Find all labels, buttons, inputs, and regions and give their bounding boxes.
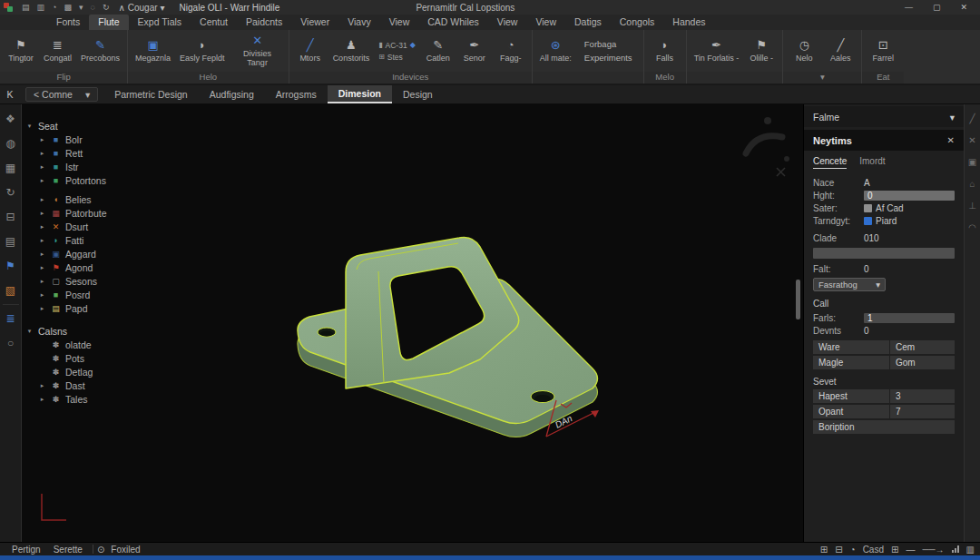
- hapest-cell[interactable]: Hapest: [813, 389, 889, 403]
- folder-icon[interactable]: ▩: [64, 3, 72, 12]
- tree-root-calsns[interactable]: ▾ Calsns: [25, 324, 175, 338]
- zoom-minus[interactable]: —: [906, 545, 915, 555]
- grid-panel-icon[interactable]: ▣: [968, 157, 976, 167]
- tab-imordt[interactable]: Imordt: [859, 156, 885, 169]
- workspace-tab[interactable]: Parmetric Design: [103, 85, 199, 103]
- workspace-tab[interactable]: Arrogsms: [265, 85, 328, 103]
- expand-arrow-icon[interactable]: ▸: [38, 223, 46, 231]
- ribbon-tab[interactable]: View: [526, 15, 565, 30]
- workspace-dropdown[interactable]: < Comne ▾: [25, 87, 98, 102]
- viewport-scrollbar[interactable]: [796, 280, 800, 319]
- opant-value-cell[interactable]: 7: [890, 405, 955, 418]
- precobons-button[interactable]: ✎Precobons: [77, 38, 123, 64]
- expand-arrow-icon[interactable]: ▾: [25, 123, 34, 130]
- forbaga-experiments-button[interactable]: Forbaga Experiments: [577, 39, 640, 63]
- ribbon-tab[interactable]: Viavy: [338, 15, 380, 30]
- ribbon-tab[interactable]: Datigs: [565, 15, 611, 30]
- tree-item-aggard[interactable]: ▸▣Aggard: [25, 247, 175, 260]
- expand-arrow-icon[interactable]: ▸: [38, 305, 46, 312]
- expand-arrow-icon[interactable]: ▸: [38, 237, 46, 244]
- ware-cell[interactable]: Ware: [813, 340, 889, 354]
- tree-item-patorbute[interactable]: ▸▦Patorbute: [25, 206, 175, 220]
- tree-item-dast[interactable]: ▸✽Dast: [25, 378, 175, 392]
- save-icon[interactable]: ◔: [52, 3, 56, 12]
- ribbon-tab[interactable]: Viewer: [291, 15, 338, 30]
- ribbon-tab[interactable]: CAD Whiles: [418, 15, 488, 30]
- search-icon[interactable]: ◌: [91, 3, 95, 12]
- tin-forlatis-button[interactable]: ✒Tin Forlatis -: [691, 38, 743, 64]
- gom-cell[interactable]: Gom: [890, 356, 955, 369]
- quickbar-chevron-icon[interactable]: ▾: [79, 3, 83, 12]
- app-menu[interactable]: ∧ Cougar ▾: [118, 3, 164, 13]
- ribbon-tab[interactable]: Paidcnts: [237, 15, 291, 30]
- color-swatch[interactable]: [864, 204, 872, 212]
- catlen-button[interactable]: ✎Catlen: [421, 38, 456, 64]
- divisies-tangr-button[interactable]: ✕Divisies Tangr: [230, 34, 285, 68]
- tree-item-tales[interactable]: ▸✽Tales: [25, 392, 175, 406]
- ribbon-tab[interactable]: Congols: [611, 15, 664, 30]
- tingtor-button[interactable]: ⚑Tingtor: [4, 38, 38, 64]
- pin-tool-icon[interactable]: ⚑: [5, 260, 15, 271]
- tree-item-dsurt[interactable]: ▸✕Dsurt: [25, 220, 175, 233]
- cem-cell[interactable]: Cem: [890, 340, 955, 354]
- expand-arrow-icon[interactable]: ▸: [38, 251, 46, 258]
- all-mate-button[interactable]: ⊛All mate:: [536, 38, 575, 64]
- tree-item-istr[interactable]: ▸■Istr: [25, 160, 175, 173]
- redo-icon[interactable]: ↻: [103, 3, 110, 12]
- ribbon-tab[interactable]: View: [488, 15, 527, 30]
- home-icon[interactable]: ⌂: [969, 179, 975, 189]
- layers-tool-icon[interactable]: ≣: [5, 313, 15, 324]
- tree-item-detlag[interactable]: ✽Detlag: [25, 365, 175, 378]
- expand-arrow-icon[interactable]: ▸: [38, 210, 46, 217]
- measure-icon[interactable]: ╱: [969, 113, 975, 123]
- close-panel-icon[interactable]: ✕: [968, 135, 975, 145]
- fasrathog-dropdown[interactable]: Fasrathog ▾: [813, 278, 886, 291]
- search-tool-icon[interactable]: ○: [7, 338, 14, 349]
- tab-cencete[interactable]: Cencete: [813, 156, 847, 169]
- k-button[interactable]: K: [0, 85, 20, 103]
- zoom-slider[interactable]: ──→: [922, 545, 944, 555]
- workspace-tab-dimension[interactable]: Dimesion: [328, 85, 392, 103]
- orbit-toggle-icon[interactable]: ◔: [850, 545, 856, 555]
- annotate-tool-icon[interactable]: ◍: [5, 138, 15, 149]
- tree-item-agond[interactable]: ▸⚑Agond: [25, 260, 175, 274]
- hght-input[interactable]: 0: [864, 191, 955, 201]
- tree-item-potortons[interactable]: ▸■Potortons: [25, 173, 175, 187]
- tree-item-pots[interactable]: ✽Pots: [25, 351, 175, 365]
- status-foxiled[interactable]: Foxiled: [104, 545, 146, 555]
- status-pertign[interactable]: Pertign: [5, 545, 47, 555]
- senor-button[interactable]: ✒Senor: [457, 38, 492, 64]
- falls-button[interactable]: ◗Falls: [648, 38, 682, 64]
- opant-cell[interactable]: Opant: [813, 405, 889, 418]
- tree-item-olatde[interactable]: ✽olatde: [25, 338, 175, 351]
- ribbon-tab[interactable]: View: [380, 15, 419, 30]
- open-doc-icon[interactable]: ▥: [37, 3, 45, 12]
- stes-label[interactable]: Stes: [387, 53, 403, 62]
- color-swatch[interactable]: [864, 217, 872, 225]
- tree-item-posrd[interactable]: ▸■Posrd: [25, 288, 175, 301]
- new-doc-icon[interactable]: ▤: [22, 3, 30, 12]
- status-serette[interactable]: Serette: [47, 545, 89, 555]
- olille-button[interactable]: ⚑Olille -: [744, 38, 779, 64]
- expand-arrow-icon[interactable]: ▸: [38, 291, 46, 299]
- expand-arrow-icon[interactable]: ▸: [38, 264, 46, 271]
- workspace-tab[interactable]: Design: [392, 85, 444, 103]
- status-casd-label[interactable]: Casd: [863, 545, 884, 555]
- ribbon-tab[interactable]: Handes: [663, 15, 714, 30]
- constorits-button[interactable]: ♟Constorits: [329, 38, 374, 64]
- easly-fepldt-button[interactable]: ◗Easly Fepldt: [176, 38, 229, 64]
- expand-arrow-icon[interactable]: ▸: [38, 163, 46, 171]
- tree-item-rett[interactable]: ▸■Rett: [25, 146, 175, 160]
- arc-icon[interactable]: ◠: [968, 222, 976, 232]
- hapest-value-cell[interactable]: 3: [890, 389, 955, 403]
- boription-row[interactable]: Boription: [813, 420, 955, 434]
- expand-arrow-icon[interactable]: ▸: [38, 278, 46, 285]
- mtors-button[interactable]: ╱Mtors: [293, 38, 328, 64]
- farls-input[interactable]: 1: [864, 313, 955, 323]
- expand-arrow-icon[interactable]: ▸: [38, 196, 46, 203]
- section-tool-icon[interactable]: ⊟: [5, 211, 15, 222]
- minimize-button[interactable]: —: [905, 3, 913, 12]
- plane-icon[interactable]: ⊥: [968, 201, 976, 211]
- fagg-button[interactable]: ◔Fagg-: [494, 38, 528, 64]
- grid-toggle-icon[interactable]: ⊞: [820, 545, 828, 555]
